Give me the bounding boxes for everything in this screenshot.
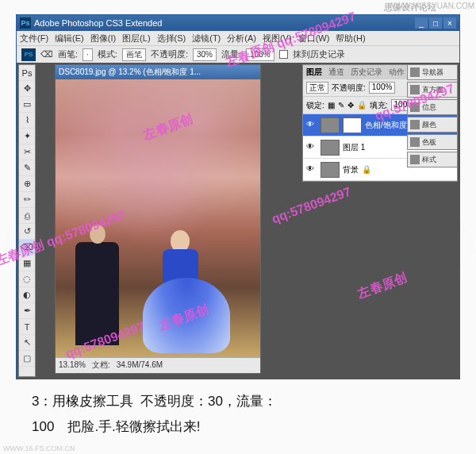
gradient-tool[interactable]: ▦	[19, 256, 35, 271]
footer-url: WWW.16.FS.COM.CN	[3, 444, 75, 452]
stamp-tool[interactable]: ⎙	[19, 208, 35, 224]
styles-icon	[410, 155, 420, 164]
menubar: 文件(F) 编辑(E) 图像(I) 图层(L) 选择(S) 滤镜(T) 分析(A…	[17, 31, 459, 45]
opacity-label: 不透明度:	[151, 48, 188, 60]
layer-opacity-input[interactable]: 100%	[369, 82, 396, 94]
dock-styles[interactable]: 样式	[407, 152, 458, 167]
maximize-button[interactable]: □	[429, 17, 442, 29]
path-tool[interactable]: ↖	[19, 335, 35, 351]
erase-history-label: 抹到历史记录	[293, 48, 345, 60]
lock-transparent-icon[interactable]: ▦	[328, 101, 335, 110]
photoshop-window: Ps Adobe Photoshop CS3 Extended _ □ × 文件…	[16, 14, 460, 379]
tab-actions[interactable]: 动作	[389, 67, 405, 78]
layer-name: 图层 1	[343, 142, 365, 153]
titlebar: Ps Adobe Photoshop CS3 Extended _ □ ×	[17, 15, 459, 31]
visibility-icon[interactable]: 👁	[306, 142, 317, 153]
history-brush-tool[interactable]: ↺	[19, 224, 35, 240]
menu-edit[interactable]: 编辑(E)	[55, 33, 84, 44]
menu-select[interactable]: 选择(S)	[157, 33, 186, 44]
menu-filter[interactable]: 滤镜(T)	[192, 33, 221, 44]
menu-image[interactable]: 图像(I)	[90, 33, 116, 44]
lock-pixels-icon[interactable]: ✎	[338, 101, 344, 110]
dock-swatches[interactable]: 色板	[407, 134, 458, 150]
pen-tool[interactable]: ✒	[19, 303, 35, 319]
window-title: Adobe Photoshop CS3 Extended	[34, 18, 415, 28]
menu-view[interactable]: 视图(V)	[263, 33, 292, 44]
dock-histogram[interactable]: 直方图	[407, 82, 458, 98]
dodge-tool[interactable]: ◐	[19, 287, 35, 303]
menu-analysis[interactable]: 分析(A)	[227, 33, 256, 44]
menu-layer[interactable]: 图层(L)	[122, 33, 150, 44]
info-icon	[410, 102, 420, 112]
lasso-tool[interactable]: ⌇	[19, 113, 35, 129]
lock-icon: 🔒	[362, 165, 371, 174]
flow-input[interactable]: 100%	[246, 48, 274, 61]
brush-picker[interactable]: ·	[83, 48, 93, 61]
dock-color[interactable]: 颜色	[407, 117, 458, 133]
visibility-icon[interactable]: 👁	[306, 164, 317, 175]
swatches-icon	[410, 137, 420, 147]
lock-label: 锁定:	[306, 100, 324, 111]
instruction-text: 3：用橡皮擦工具 不透明度：30，流量： 100 把脸.手.轻微擦拭出来!	[32, 389, 460, 440]
flow-label: 流量:	[221, 48, 241, 60]
lock-all-icon[interactable]: 🔒	[357, 101, 367, 110]
zoom-value[interactable]: 13.18%	[59, 360, 86, 369]
layer-thumb	[321, 117, 340, 133]
menu-help[interactable]: 帮助(H)	[336, 33, 365, 44]
layer-name: 色相/饱和度 1	[365, 120, 413, 131]
filesize-label: 文档:	[92, 360, 110, 371]
wand-tool[interactable]: ✦	[19, 129, 35, 144]
navigator-icon	[410, 67, 420, 77]
layer-mask-thumb[interactable]	[343, 117, 362, 133]
dock-navigator[interactable]: 导航器	[407, 64, 458, 80]
color-icon	[410, 120, 420, 129]
type-tool[interactable]: T	[19, 319, 35, 335]
toolbox: Ps ✥ ▭ ⌇ ✦ ✂ ✎ ⊕ ✏ ⎙ ↺ ⌫ ▦ ◌ ◐ ✒ T ↖ ▢	[18, 64, 36, 377]
brush-tool[interactable]: ✏	[19, 192, 35, 208]
visibility-icon[interactable]: 👁	[306, 120, 317, 131]
lock-position-icon[interactable]: ✥	[347, 101, 354, 110]
tab-channels[interactable]: 通道	[328, 67, 344, 78]
move-tool[interactable]: ✥	[19, 81, 35, 97]
layer-opacity-label: 不透明度:	[332, 83, 366, 94]
options-bar: PS ⌫ 画笔: · 模式: 画笔 不透明度: 30% 流量: 100% 抹到历…	[17, 45, 459, 63]
erase-history-checkbox[interactable]	[279, 50, 288, 59]
mode-select[interactable]: 画笔	[122, 48, 146, 61]
dock-info[interactable]: 信息	[407, 99, 458, 115]
marquee-tool[interactable]: ▭	[19, 97, 35, 113]
menu-window[interactable]: 窗口(W)	[298, 33, 330, 44]
site-url: WWW.MISSYUAN.COM	[388, 2, 474, 10]
eyedropper-tool[interactable]: ✎	[19, 160, 35, 176]
menu-file[interactable]: 文件(F)	[20, 33, 48, 44]
crop-tool[interactable]: ✂	[19, 144, 35, 160]
canvas-area: DSC8019.jpg @ 13.2% (色相/饱和度 1... 13.18% …	[37, 63, 301, 379]
layer-thumb	[321, 140, 340, 156]
eraser-tool-icon: ⌫	[40, 49, 53, 60]
document-window: DSC8019.jpg @ 13.2% (色相/饱和度 1... 13.18% …	[55, 64, 261, 374]
fill-label: 填充:	[370, 100, 388, 111]
histogram-icon	[410, 85, 420, 94]
shape-tool[interactable]: ▢	[19, 351, 35, 367]
minimize-button[interactable]: _	[415, 17, 428, 29]
close-button[interactable]: ×	[443, 17, 456, 29]
ps-logo-icon: Ps	[20, 17, 31, 29]
layer-thumb	[321, 162, 340, 178]
ps-badge-icon: Ps	[19, 65, 35, 81]
tab-history[interactable]: 历史记录	[351, 67, 382, 78]
document-canvas[interactable]	[56, 79, 260, 357]
heal-tool[interactable]: ⊕	[19, 176, 35, 192]
tab-layers[interactable]: 图层	[306, 67, 322, 78]
image-subject-man	[75, 242, 119, 345]
layer-name: 背景	[343, 164, 359, 175]
document-statusbar: 13.18% 文档: 34.9M/74.6M	[56, 357, 260, 371]
filesize-value: 34.9M/74.6M	[117, 360, 163, 369]
right-dock: 导航器 直方图 信息 颜色 色板 样式	[407, 64, 458, 167]
ps-icon: PS	[21, 48, 36, 61]
mode-label: 模式:	[98, 48, 117, 60]
document-title: DSC8019.jpg @ 13.2% (色相/饱和度 1...	[56, 65, 260, 79]
blur-tool[interactable]: ◌	[19, 271, 35, 287]
eraser-tool[interactable]: ⌫	[19, 240, 35, 256]
blend-mode-select[interactable]: 正常	[306, 82, 328, 94]
opacity-input[interactable]: 30%	[193, 48, 217, 61]
workspace: Ps ✥ ▭ ⌇ ✦ ✂ ✎ ⊕ ✏ ⎙ ↺ ⌫ ▦ ◌ ◐ ✒ T ↖ ▢ D…	[17, 63, 459, 379]
